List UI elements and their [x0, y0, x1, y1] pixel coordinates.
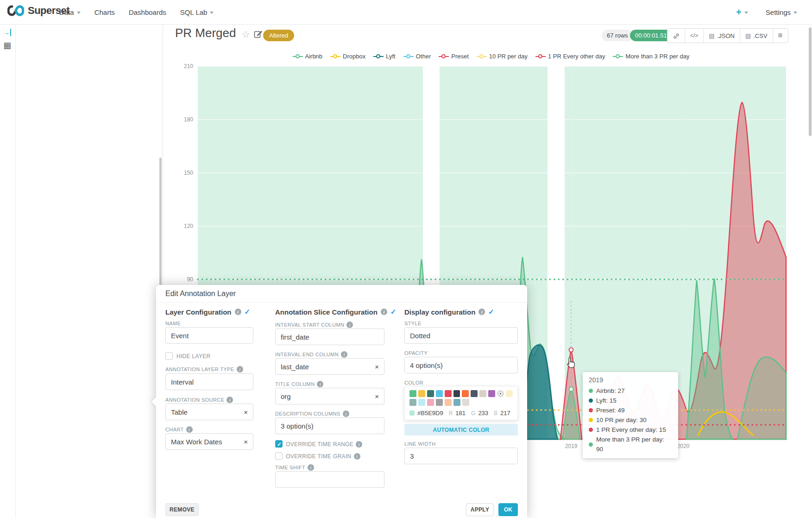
color-swatch[interactable] — [462, 399, 469, 406]
altered-badge: Altered — [263, 30, 294, 41]
annotation-source-select[interactable]: Table× — [165, 404, 253, 420]
series-color-dot — [589, 428, 593, 432]
info-icon: i — [478, 309, 485, 315]
selected-color-swatch — [409, 411, 415, 416]
control-panel — [16, 25, 163, 518]
share-link-button[interactable] — [667, 29, 685, 43]
chart-select[interactable]: Max Work Dates× — [165, 433, 253, 450]
color-swatch[interactable] — [418, 399, 425, 406]
nav-item-charts[interactable]: Charts — [94, 8, 115, 16]
embed-code-button[interactable]: </> — [685, 29, 704, 43]
svg-text:180: 180 — [184, 116, 193, 123]
legend-item[interactable]: Preset — [439, 53, 469, 60]
hide-layer-checkbox[interactable] — [165, 352, 173, 360]
color-swatch[interactable] — [506, 390, 513, 397]
query-duration-badge: 00:00:01.51 — [630, 30, 672, 41]
rgb-b[interactable]: 217 — [500, 410, 510, 417]
color-swatch[interactable] — [427, 390, 434, 397]
color-swatch[interactable] — [462, 390, 469, 397]
clear-icon[interactable]: × — [244, 438, 248, 446]
clear-icon[interactable]: × — [375, 363, 379, 371]
chart-legend: AirbnbDropboxLyftOtherPreset10 PR per da… — [195, 53, 787, 60]
more-options-button[interactable]: ≡ — [773, 29, 788, 43]
edit-properties-icon[interactable] — [254, 30, 263, 38]
color-swatch[interactable] — [445, 390, 452, 397]
valid-check-icon: ✓ — [488, 308, 494, 316]
legend-label: Airbnb — [305, 53, 323, 60]
hex-value[interactable]: #B5E9D9 — [417, 410, 443, 417]
nav-item-dashboards[interactable]: Dashboards — [129, 8, 166, 16]
automatic-color-button[interactable]: AUTOMATIC COLOR — [404, 424, 518, 436]
color-swatch[interactable] — [436, 399, 443, 406]
clear-icon[interactable]: × — [375, 392, 379, 400]
remove-button[interactable]: REMOVE — [165, 503, 199, 516]
annotation-layer-type-select[interactable]: Interval — [165, 373, 253, 390]
apply-button[interactable]: APPLY — [466, 503, 494, 516]
color-swatch[interactable] — [471, 390, 478, 397]
legend-item[interactable]: Airbnb — [293, 53, 323, 60]
export-json-button[interactable]: ▤.JSON — [704, 29, 740, 43]
style-select[interactable]: Dotted — [404, 327, 518, 344]
row-count-badge: 67 rows — [602, 30, 633, 41]
color-swatch[interactable] — [409, 390, 416, 397]
override-time-range-checkbox[interactable] — [275, 440, 283, 448]
interval-end-select[interactable]: last_date× — [275, 358, 384, 375]
tooltip-row: 10 PR per day: 30 — [589, 415, 672, 425]
series-color-dot — [589, 389, 593, 393]
line-width-input[interactable]: 3 — [404, 448, 518, 464]
color-swatch[interactable] — [418, 390, 425, 397]
hand-cursor — [565, 357, 576, 369]
window-scrollbar[interactable] — [809, 25, 812, 518]
color-swatch[interactable] — [453, 399, 460, 406]
nav-item-sql-lab[interactable]: SQL Lab — [180, 8, 214, 16]
override-time-grain-checkbox[interactable] — [275, 452, 283, 460]
custom-color-picker-icon[interactable] — [497, 390, 504, 397]
info-icon: i — [346, 322, 353, 328]
collapse-panel-icon[interactable]: →​ — [3, 29, 11, 36]
ok-button[interactable]: OK — [498, 503, 518, 516]
datasource-grid-icon[interactable]: ▦ — [3, 40, 11, 51]
legend-marker-icon — [293, 54, 303, 59]
info-icon: i — [341, 351, 347, 358]
settings-menu[interactable]: Settings — [766, 8, 797, 16]
title-column-select[interactable]: org× — [275, 388, 384, 404]
override-time-grain-label: OVERRIDE TIME GRAINi — [286, 453, 360, 460]
legend-item[interactable]: 1 PR Every other day — [535, 53, 605, 60]
description-columns-select[interactable]: 3 option(s) — [275, 417, 384, 434]
hide-layer-label: HIDE LAYER — [176, 353, 210, 360]
legend-marker-icon — [613, 54, 623, 59]
legend-item[interactable]: Other — [403, 53, 431, 60]
opacity-select[interactable]: 4 option(s) — [404, 357, 518, 373]
interval-start-label: INTERVAL START COLUMNi — [275, 322, 353, 328]
info-icon: i — [381, 309, 387, 315]
tooltip-row: Lyft: 15 — [589, 396, 672, 405]
color-swatch[interactable] — [409, 399, 416, 406]
legend-item[interactable]: Dropbox — [330, 53, 365, 60]
legend-item[interactable]: More than 3 PR per day — [613, 53, 689, 60]
interval-start-select[interactable]: first_date — [275, 328, 384, 345]
color-swatch[interactable] — [453, 390, 460, 397]
color-swatch[interactable] — [445, 399, 452, 406]
time-shift-input[interactable] — [275, 471, 384, 488]
new-menu-button[interactable]: + — [736, 7, 748, 18]
hover-point-marker — [569, 348, 573, 352]
name-input[interactable]: Event — [165, 327, 253, 344]
clear-icon[interactable]: × — [244, 408, 248, 416]
tooltip-row: Airbnb: 27 — [589, 386, 672, 396]
color-swatch[interactable] — [488, 390, 495, 397]
nav-item-data[interactable]: Data — [59, 8, 81, 16]
color-swatch[interactable] — [427, 399, 434, 406]
chart-actions: </> ▤.JSON ▤.CSV ≡ — [667, 28, 788, 43]
color-swatch[interactable] — [436, 390, 443, 397]
color-swatch[interactable] — [479, 390, 486, 397]
color-label: COLOR — [404, 380, 423, 385]
legend-item[interactable]: Lyft — [373, 53, 395, 60]
tooltip-row: More than 3 PR per day: 90 — [589, 435, 672, 454]
rgb-r[interactable]: 181 — [455, 410, 466, 417]
favorite-star-icon[interactable]: ☆ — [242, 29, 250, 40]
export-csv-button[interactable]: ▤.CSV — [740, 29, 773, 43]
legend-marker-icon — [403, 54, 414, 59]
rgb-g[interactable]: 233 — [478, 410, 488, 417]
chart-label: CHARTi — [165, 426, 193, 433]
legend-item[interactable]: 10 PR per day — [477, 53, 528, 60]
